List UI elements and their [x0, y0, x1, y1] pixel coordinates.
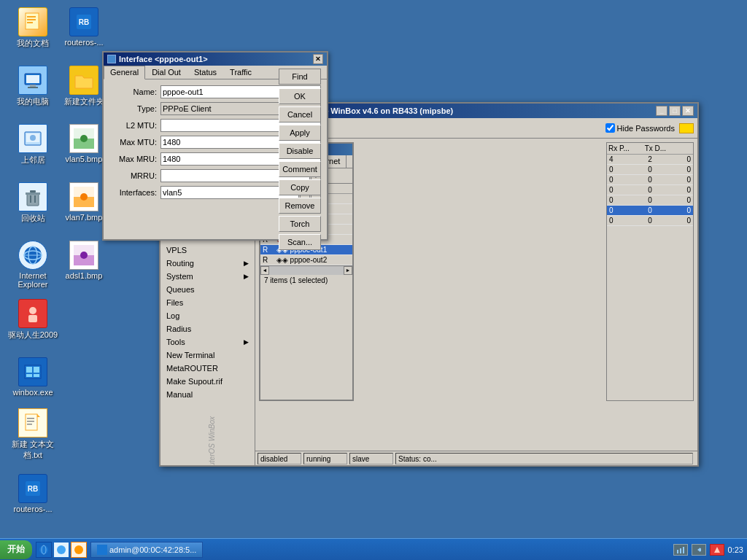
table-row[interactable]: R ◈◈ pppoe-out2 — [260, 255, 352, 265]
svg-rect-17 — [26, 192, 40, 195]
l2mtu-label: L2 MTU: — [109, 121, 157, 130]
tab-traffic[interactable]: Traffic — [223, 66, 258, 79]
disable-button[interactable]: Disable — [279, 143, 321, 159]
rxtx-header: Rx P... Tx D... — [607, 143, 693, 155]
svg-rect-37 — [34, 374, 39, 377]
desktop-icon-adsl1bmp[interactable]: adsl1.bmp — [58, 241, 109, 280]
rxtx-panel: Rx P... Tx D... 420 000 000 000 000 — [606, 142, 694, 401]
sidebar-item-files[interactable]: Files — [160, 296, 255, 309]
sidebar-item-queues[interactable]: Queues — [160, 283, 255, 296]
start-button[interactable]: 开始 — [0, 540, 32, 559]
desktop-icon-driverman[interactable]: 驱动人生2009 — [7, 299, 58, 341]
svg-rect-34 — [26, 367, 32, 373]
svg-rect-0 — [26, 13, 39, 29]
tab-general[interactable]: General — [104, 66, 145, 79]
desktop-icon-routeros1[interactable]: RB routeros-... — [58, 7, 109, 47]
sidebar-item-vpls[interactable]: VPLS — [160, 244, 255, 257]
svg-rect-1 — [27, 16, 36, 18]
dialog-close-button[interactable]: ✕ — [313, 54, 323, 64]
svg-point-48 — [74, 545, 83, 554]
tools-arrow: ▶ — [244, 338, 249, 346]
sidebar-watermark: RouterOS WinBox — [208, 330, 216, 466]
svg-point-23 — [80, 193, 88, 201]
name-label: Name: — [109, 88, 157, 96]
svg-rect-41 — [27, 424, 32, 425]
svg-rect-32 — [28, 315, 37, 322]
svg-rect-38 — [26, 414, 37, 430]
copy-button[interactable]: Copy — [279, 179, 321, 195]
rxtx-row: 420 — [607, 155, 693, 165]
rxtx-row: 000 — [607, 165, 693, 175]
desktop-icon-winboxexe[interactable]: winbox.exe — [7, 357, 58, 397]
desktop-icon-routeros2[interactable]: RB routeros-... — [7, 474, 58, 513]
desktop-icon-newtxt[interactable]: 新建 文本文档.txt — [7, 408, 58, 461]
type-label: Type: — [109, 104, 157, 113]
svg-rect-40 — [27, 421, 34, 422]
tray-antivirus-icon[interactable] — [710, 544, 724, 556]
dialog-icon — [107, 55, 116, 63]
minimize-button[interactable]: _ — [656, 106, 667, 116]
sidebar-item-system[interactable]: System ▶ — [160, 270, 255, 283]
svg-rect-2 — [27, 19, 36, 20]
desktop-icon-my-computer[interactable]: 我的电脑 — [7, 66, 58, 107]
status-co: Status: co... — [395, 453, 693, 464]
rxtx-row: 000 — [607, 216, 693, 226]
taskbar-active-window[interactable]: admin@00:0C:42:28:5... — [90, 542, 203, 558]
quicklaunch-ie2[interactable] — [53, 542, 69, 558]
svg-rect-51 — [683, 547, 684, 553]
svg-rect-9 — [28, 87, 38, 88]
remove-button[interactable]: Remove — [279, 198, 321, 214]
taskbar-tray: 0:23 — [673, 544, 747, 556]
sidebar-item-log[interactable]: Log — [160, 309, 255, 322]
status-disabled: disabled — [258, 453, 301, 464]
close-button[interactable]: ✕ — [682, 106, 694, 116]
system-arrow: ▶ — [244, 273, 249, 280]
find-button[interactable]: Find — [279, 69, 321, 85]
taskbar-time: 0:23 — [728, 545, 743, 554]
svg-rect-50 — [680, 548, 681, 553]
svg-point-30 — [80, 252, 88, 259]
maximize-button[interactable]: □ — [669, 106, 681, 116]
hide-passwords-container: Hide Passwords — [605, 123, 675, 133]
svg-rect-18 — [30, 190, 36, 192]
rxtx-row-selected: 000 — [607, 206, 693, 216]
dialog-content: Name: Type: L2 MTU: Max MTU: Max MRU: — [104, 79, 327, 236]
svg-rect-3 — [27, 22, 33, 23]
quicklaunch-3[interactable] — [71, 542, 87, 558]
desktop-icon-recycle[interactable]: 回收站 — [7, 182, 58, 224]
scroll-left[interactable]: ◄ — [260, 266, 269, 275]
taskbar: 开始 admin@00:0C:42:28:5... 0:23 — [0, 538, 747, 560]
desktop-icon-my-docs[interactable]: 我的文档 — [7, 7, 58, 49]
tray-network-icon[interactable] — [673, 544, 688, 556]
apply-button[interactable]: Apply — [279, 125, 321, 141]
tab-dial-out[interactable]: Dial Out — [145, 66, 187, 79]
status-running: running — [303, 453, 347, 464]
svg-text:RB: RB — [28, 485, 38, 493]
svg-rect-49 — [677, 550, 678, 553]
cancel-button[interactable]: Cancel — [279, 106, 321, 122]
find-container: Find — [279, 69, 321, 85]
svg-rect-35 — [34, 367, 39, 373]
torch-button[interactable]: Torch — [279, 216, 321, 232]
sidebar-item-routing[interactable]: Routing ▶ — [160, 257, 255, 270]
svg-rect-19 — [30, 195, 31, 203]
hide-passwords-checkbox[interactable] — [605, 123, 615, 133]
svg-point-15 — [80, 135, 88, 142]
desktop-icon-neighborhood[interactable]: 上邻居 — [7, 124, 58, 166]
svg-rect-7 — [26, 75, 39, 83]
rxtx-row: 000 — [607, 175, 693, 185]
quicklaunch-ie[interactable] — [36, 542, 52, 558]
ok-button[interactable]: OK — [279, 88, 321, 104]
scan-button[interactable]: Scan... — [279, 234, 321, 250]
tab-status[interactable]: Status — [187, 66, 223, 79]
scroll-right[interactable]: ► — [344, 266, 352, 275]
comment-button[interactable]: Comment — [279, 161, 321, 177]
tray-icon-2[interactable] — [692, 544, 706, 556]
quick-launch — [36, 542, 87, 558]
winbox-statusbar: disabled running slave Status: co... — [255, 451, 697, 465]
interface-list-hscroll[interactable]: ◄ ► — [260, 265, 352, 274]
scroll-track[interactable] — [269, 266, 344, 275]
desktop-icon-ie[interactable]: Internet Explorer — [7, 241, 58, 289]
rxtx-col-rx: Rx P... — [608, 144, 630, 152]
svg-rect-16 — [27, 194, 39, 206]
